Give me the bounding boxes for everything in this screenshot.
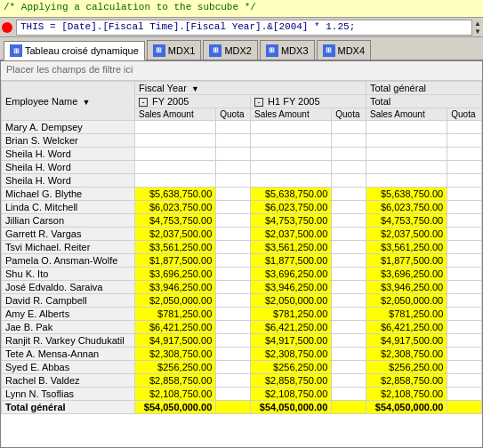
value-cell: $781,250.00 — [250, 308, 331, 321]
value-cell: $2,108,750.00 — [135, 388, 216, 401]
tab-mdx3[interactable]: ⊞MDX3 — [260, 40, 315, 60]
tab-mdx2[interactable]: ⊞MDX2 — [203, 40, 258, 60]
value-cell — [250, 134, 331, 148]
employee-name-cell: Mary A. Dempsey — [2, 121, 135, 134]
expand-fy2005[interactable]: - — [139, 98, 148, 107]
col-q3: Quota — [447, 108, 482, 121]
value-cell — [332, 188, 366, 201]
value-cell: $5,638,750.00 — [135, 188, 216, 201]
table-row: Sheila H. Word — [2, 148, 482, 161]
value-cell: $3,561,250.00 — [366, 241, 447, 254]
value-cell — [447, 281, 482, 294]
top-comment-bar: /* Applying a calculation to the subcube… — [0, 0, 483, 18]
value-cell: $2,858,750.00 — [366, 374, 447, 388]
value-cell: $4,917,500.00 — [366, 334, 447, 348]
value-cell — [250, 121, 331, 134]
value-cell: $6,023,750.00 — [135, 201, 216, 214]
value-cell: $2,858,750.00 — [250, 374, 331, 388]
table-row: Mary A. Dempsey — [2, 121, 482, 134]
table-row: David R. Campbell$2,050,000.00$2,050,000… — [2, 294, 482, 308]
scroll-up-icon[interactable]: ▲ — [474, 20, 481, 28]
employee-name-cell: Michael G. Blythe — [2, 188, 135, 201]
value-cell: $4,917,500.00 — [250, 334, 331, 348]
employee-name-cell: Sheila H. Word — [2, 174, 135, 188]
value-cell — [447, 148, 482, 161]
employee-name-cell: David R. Campbell — [2, 294, 135, 308]
total-value-cell: $54,050,000.00 — [250, 401, 331, 414]
value-cell: $1,877,500.00 — [366, 254, 447, 268]
value-cell — [216, 188, 251, 201]
tab-icon-mdx4: ⊞ — [323, 44, 335, 57]
tab-icon-tableau: ⊞ — [10, 44, 22, 57]
tab-tableau[interactable]: ⊞Tableau croisé dynamique — [4, 41, 145, 60]
value-cell — [135, 121, 216, 134]
value-cell: $2,037,500.00 — [366, 228, 447, 241]
fiscal-year-sort-icon[interactable]: ▼ — [191, 84, 199, 93]
col-fiscal-year-header[interactable]: Fiscal Year ▼ — [135, 82, 366, 95]
pivot-table-wrapper[interactable]: Employee Name ▼ Fiscal Year ▼ Total géné… — [1, 81, 482, 447]
value-cell: $2,308,750.00 — [250, 348, 331, 361]
table-row: Michael G. Blythe$5,638,750.00$5,638,750… — [2, 188, 482, 201]
employee-name-cell: Shu K. Ito — [2, 268, 135, 281]
tab-mdx4[interactable]: ⊞MDX4 — [317, 40, 372, 60]
dropdown-icon[interactable]: ▼ — [82, 98, 90, 107]
col-employee-header: Employee Name ▼ — [2, 82, 135, 121]
value-cell — [447, 334, 482, 348]
value-cell: $3,946,250.00 — [366, 281, 447, 294]
nav-arrows[interactable]: ▲ ▼ — [474, 20, 481, 36]
value-cell: $3,561,250.00 — [135, 241, 216, 254]
expand-h1[interactable]: - — [254, 98, 263, 107]
tab-mdx1[interactable]: ⊞MDX1 — [147, 40, 202, 60]
pivot-table: Employee Name ▼ Fiscal Year ▼ Total géné… — [1, 81, 482, 414]
total-value-cell — [216, 401, 251, 414]
tab-label-mdx1: MDX1 — [168, 45, 196, 56]
value-cell: $3,696,250.00 — [135, 268, 216, 281]
employee-name-cell: Brian S. Welcker — [2, 134, 135, 148]
filter-placeholder: Placer les champs de filtre ici — [6, 64, 133, 75]
formula-text[interactable]: THIS = [Date].[Fiscal Time].[Fiscal Year… — [16, 20, 472, 36]
total-value-cell: $54,050,000.00 — [135, 401, 216, 414]
value-cell — [216, 148, 251, 161]
value-cell: $4,753,750.00 — [250, 214, 331, 228]
value-cell: $5,638,750.00 — [366, 188, 447, 201]
tab-label-tableau: Tableau croisé dynamique — [25, 45, 139, 56]
header-row-fiscal: Employee Name ▼ Fiscal Year ▼ Total géné… — [2, 82, 482, 95]
value-cell — [447, 308, 482, 321]
value-cell — [447, 188, 482, 201]
pivot-area: Placer les champs de filtre ici Employee… — [0, 60, 483, 448]
value-cell: $2,050,000.00 — [366, 294, 447, 308]
tab-icon-mdx3: ⊞ — [266, 44, 278, 57]
value-cell — [332, 174, 366, 188]
table-row: Sheila H. Word — [2, 174, 482, 188]
scroll-down-icon[interactable]: ▼ — [474, 28, 481, 36]
value-cell — [135, 148, 216, 161]
table-row: Linda C. Mitchell$6,023,750.00$6,023,750… — [2, 201, 482, 214]
value-cell: $3,561,250.00 — [250, 241, 331, 254]
table-row: Tete A. Mensa-Annan$2,308,750.00$2,308,7… — [2, 348, 482, 361]
value-cell — [216, 161, 251, 174]
table-row: Rachel B. Valdez$2,858,750.00$2,858,750.… — [2, 374, 482, 388]
employee-name-cell: Syed E. Abbas — [2, 361, 135, 374]
value-cell — [332, 148, 366, 161]
value-cell — [332, 321, 366, 334]
value-cell: $3,696,250.00 — [250, 268, 331, 281]
value-cell — [366, 148, 447, 161]
value-cell — [216, 228, 251, 241]
total-value-cell — [447, 401, 482, 414]
value-cell — [332, 241, 366, 254]
table-row: Pamela O. Ansman-Wolfe$1,877,500.00$1,87… — [2, 254, 482, 268]
filter-area: Placer les champs de filtre ici — [1, 61, 482, 81]
value-cell: $1,877,500.00 — [250, 254, 331, 268]
value-cell: $6,421,250.00 — [135, 321, 216, 334]
value-cell — [216, 294, 251, 308]
value-cell: $2,050,000.00 — [135, 294, 216, 308]
table-row: Ranjit R. Varkey Chudukatil$4,917,500.00… — [2, 334, 482, 348]
value-cell — [447, 201, 482, 214]
table-row: Jillian Carson$4,753,750.00$4,753,750.00… — [2, 214, 482, 228]
value-cell: $3,696,250.00 — [366, 268, 447, 281]
value-cell: $3,946,250.00 — [135, 281, 216, 294]
col-h1fy2005-header: - H1 FY 2005 — [250, 95, 366, 108]
value-cell: $256,250.00 — [250, 361, 331, 374]
value-cell — [447, 174, 482, 188]
value-cell — [216, 361, 251, 374]
